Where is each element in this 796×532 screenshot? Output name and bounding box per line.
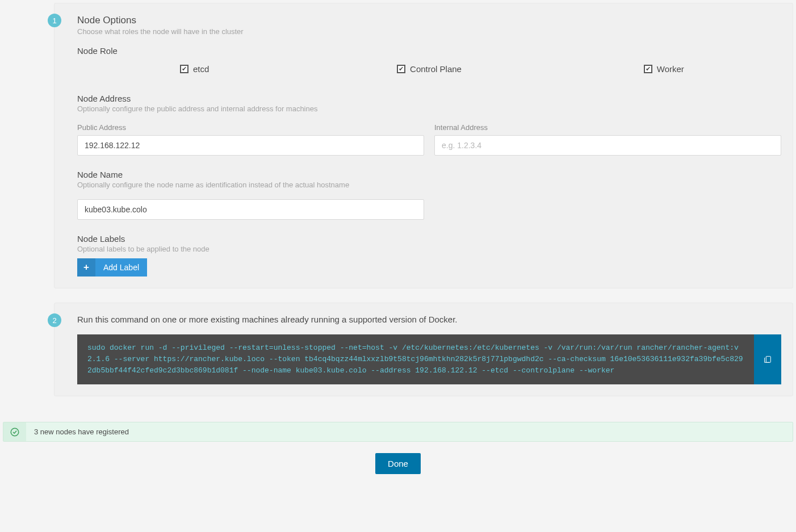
add-label-button[interactable]: + Add Label: [77, 258, 147, 277]
role-control-plane[interactable]: ✔ Control Plane: [312, 64, 546, 74]
node-labels-desc: Optional labels to be applied to the nod…: [77, 245, 781, 253]
internal-address-input[interactable]: [434, 135, 781, 156]
role-control-plane-label: Control Plane: [410, 64, 462, 74]
run-command-panel: 2 Run this command on one or more existi…: [54, 303, 793, 396]
plus-icon: +: [77, 258, 95, 277]
role-worker-label: Worker: [657, 64, 684, 74]
public-address-input[interactable]: [77, 135, 424, 156]
copy-button[interactable]: [754, 334, 781, 384]
notice-text: 3 new nodes have registered: [26, 422, 137, 441]
node-name-input[interactable]: [77, 199, 424, 220]
role-worker[interactable]: ✔ Worker: [547, 64, 781, 74]
node-address-desc: Optionally configure the public address …: [77, 104, 781, 113]
checkbox-control-plane[interactable]: ✔: [397, 65, 405, 73]
node-labels-title: Node Labels: [77, 234, 781, 244]
node-role-row: ✔ etcd ✔ Control Plane ✔ Worker: [77, 64, 781, 74]
node-options-title: Node Options: [77, 15, 781, 26]
checkbox-etcd[interactable]: ✔: [180, 65, 188, 73]
registration-notice: 3 new nodes have registered: [3, 422, 793, 442]
step-badge-2: 2: [48, 313, 61, 327]
node-name-title: Node Name: [77, 170, 781, 179]
node-address-title: Node Address: [77, 94, 781, 103]
internal-address-label: Internal Address: [434, 123, 781, 132]
clipboard-icon: [763, 355, 772, 364]
run-command-desc: Run this command on one or more existing…: [77, 315, 781, 324]
node-role-title: Node Role: [77, 46, 781, 56]
node-options-desc: Choose what roles the node will have in …: [77, 27, 781, 36]
check-circle-icon: [3, 422, 26, 441]
command-code-block: sudo docker run -d --privileged --restar…: [77, 334, 754, 384]
node-options-panel: 1 Node Options Choose what roles the nod…: [54, 3, 793, 288]
checkbox-worker[interactable]: ✔: [644, 65, 652, 73]
step-badge-1: 1: [48, 14, 61, 27]
role-etcd-label: etcd: [193, 64, 209, 74]
public-address-label: Public Address: [77, 123, 424, 132]
svg-point-1: [11, 428, 19, 436]
svg-rect-0: [766, 357, 770, 363]
done-button[interactable]: Done: [375, 453, 421, 474]
add-label-text: Add Label: [95, 263, 147, 272]
node-name-desc: Optionally configure the node name as id…: [77, 181, 781, 189]
role-etcd[interactable]: ✔ etcd: [77, 64, 312, 74]
